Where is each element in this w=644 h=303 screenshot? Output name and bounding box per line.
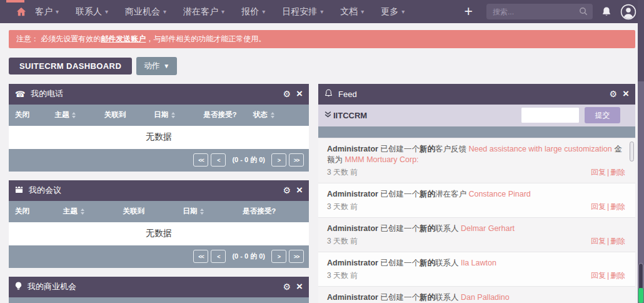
feed-action-bold: 新的	[420, 190, 435, 198]
column-header[interactable]: 状态	[253, 110, 303, 120]
pager-next-button[interactable]: >	[271, 250, 286, 263]
feed-timestamp: 3 天数 前	[327, 236, 358, 247]
close-icon[interactable]: ×	[296, 281, 303, 292]
column-header[interactable]: 是否接受?	[203, 110, 253, 120]
column-header[interactable]: 日期	[183, 207, 243, 216]
nav-item-quotes[interactable]: 报价▾	[241, 6, 265, 18]
actions-button[interactable]: 动作 ▼	[136, 57, 177, 75]
feed-entry-text: Administrator 已创建一个新的联系人 Ila Lawton	[327, 258, 625, 269]
bell-icon	[325, 89, 333, 100]
pager-prev-button[interactable]: <	[211, 250, 226, 263]
nav-item-label: 潜在客户	[183, 6, 218, 18]
feed-entry-meta: 3 天数 前回复|删除	[327, 167, 625, 178]
sort-icon[interactable]	[171, 112, 175, 118]
pager-first-button[interactable]: <<	[193, 250, 208, 263]
gear-icon[interactable]: ⚙	[283, 90, 291, 98]
feed-entry: Administrator 已创建一个新的客户反馈 Need assistanc…	[318, 138, 635, 183]
panel-title: 我的商业机会	[28, 281, 278, 292]
column-header[interactable]: 关联到	[123, 207, 183, 216]
quick-create-button[interactable]: +	[465, 4, 473, 19]
left-column: ☎ 我的电话 ⚙ × 关闭主题关联到日期是否接受?状态 无数据 <<<(0 - …	[9, 84, 309, 303]
column-header[interactable]: 是否接受?	[243, 207, 303, 216]
close-icon[interactable]: ×	[623, 88, 629, 99]
gear-icon[interactable]: ⚙	[283, 282, 291, 291]
feed-account-link[interactable]: MMM Mortuary Corp:	[345, 155, 418, 164]
feed-reply-link[interactable]: 回复	[591, 271, 606, 280]
close-icon[interactable]: ×	[296, 88, 303, 99]
feed-reply-link[interactable]: 回复	[591, 237, 606, 245]
email-settings-link[interactable]: 邮件发送账户	[101, 34, 146, 43]
pager-last-button[interactable]: >>	[289, 153, 304, 167]
page-scrollbar-progress	[638, 288, 643, 303]
feed-delete-link[interactable]: 删除	[610, 271, 625, 280]
feed-group-toggle[interactable]: IITCCRM	[325, 111, 367, 120]
sort-icon[interactable]	[72, 112, 76, 118]
nav-item-documents[interactable]: 文档▾	[340, 6, 364, 18]
column-header[interactable]: 关闭	[15, 207, 63, 216]
feed-timestamp: 3 天数 前	[327, 202, 358, 212]
notifications-button[interactable]	[601, 6, 611, 17]
pager-last-button[interactable]: >>	[289, 250, 304, 263]
nav-item-leads[interactable]: 潜在客户▾	[183, 6, 224, 18]
feed-reply-link[interactable]: 回复	[591, 168, 606, 177]
pager-prev-button[interactable]: <	[211, 153, 226, 167]
column-header[interactable]: 日期	[154, 110, 203, 120]
feed-delete-link[interactable]: 删除	[610, 168, 625, 177]
home-button[interactable]	[16, 7, 26, 16]
feed-scrollbar-thumb[interactable]	[630, 141, 634, 162]
user-menu-button[interactable]	[620, 4, 636, 20]
nav-item-accounts[interactable]: 客户▾	[35, 6, 59, 18]
feed-divider-strip	[318, 126, 635, 138]
column-header[interactable]: 主题	[54, 110, 104, 120]
pager-first-button[interactable]: <<	[193, 153, 208, 167]
column-label: 主题	[54, 110, 69, 120]
dashboard-title-button[interactable]: SUITECRM DASHBOARD	[9, 58, 132, 74]
feed-entry: Administrator 已创建一个新的联系人 Ila Lawton3 天数 …	[318, 252, 635, 286]
feed-action-bold: 新的	[420, 224, 435, 233]
feed-entry-actions: 回复|删除	[591, 202, 625, 212]
feed-record-link[interactable]: Need assistance with large customization	[468, 145, 611, 153]
nav-item-more[interactable]: 更多▾	[381, 6, 405, 18]
column-header[interactable]: 关联到	[104, 110, 154, 120]
column-header[interactable]: 关闭	[15, 110, 54, 120]
phone-icon: ☎	[15, 90, 25, 98]
nav-item-contacts[interactable]: 联系人▾	[76, 6, 108, 18]
sort-icon[interactable]	[271, 112, 274, 118]
column-header[interactable]: 主题	[63, 207, 123, 216]
right-column: Feed ⚙ × IITCCRM 提交 Administrato	[318, 84, 635, 303]
pagination-bar: <<<(0 - 0 的 0)>>>	[9, 149, 309, 172]
feed-record-link[interactable]: Ila Lawton	[461, 259, 496, 267]
close-icon[interactable]: ×	[296, 185, 303, 195]
nav-item-opportunities[interactable]: 商业机会▾	[125, 6, 166, 18]
sort-icon[interactable]	[200, 208, 204, 215]
feed-delete-link[interactable]: 删除	[610, 237, 625, 245]
chevron-down-icon: ▾	[105, 8, 108, 15]
nav-item-label: 日程安排	[282, 6, 317, 18]
global-search	[486, 4, 593, 19]
page-scrollbar[interactable]	[638, 0, 644, 303]
feed-submit-button[interactable]: 提交	[585, 107, 620, 123]
feed-comment-input[interactable]	[521, 108, 579, 123]
pager-count: (0 - 0 的 0)	[232, 155, 265, 165]
feed-record-link[interactable]: Delmar Gerhart	[461, 224, 515, 233]
search-icon[interactable]	[579, 7, 588, 16]
page-scrollbar-thumb[interactable]	[638, 263, 643, 290]
nav-item-calendar[interactable]: 日程安排▾	[282, 6, 323, 18]
pager-next-button[interactable]: >	[271, 153, 286, 167]
sort-icon[interactable]	[81, 208, 84, 215]
feed-record-link[interactable]: Dan Palladino	[461, 293, 510, 302]
panel-title: 我的会议	[29, 185, 278, 196]
feed-entry-text: Administrator 已创建一个新的潜在客户 Constance Pina…	[327, 189, 625, 200]
gear-icon[interactable]: ⚙	[610, 90, 618, 98]
feed-entry-text: Administrator 已创建一个新的联系人 Dan Palladino	[327, 292, 625, 303]
gear-icon[interactable]: ⚙	[283, 186, 291, 195]
feed-record-link[interactable]: Constance Pinard	[468, 190, 530, 198]
feed-entry-actions: 回复|删除	[591, 270, 625, 281]
feed-action-separator: |	[607, 271, 609, 280]
nav-item-label: 客户	[35, 6, 53, 18]
feed-reply-link[interactable]: 回复	[591, 202, 606, 211]
feed-delete-link[interactable]: 删除	[610, 202, 625, 211]
nav-item-label: 文档	[340, 6, 358, 18]
search-input[interactable]	[486, 4, 593, 19]
feed-action-bold: 新的	[420, 293, 435, 302]
